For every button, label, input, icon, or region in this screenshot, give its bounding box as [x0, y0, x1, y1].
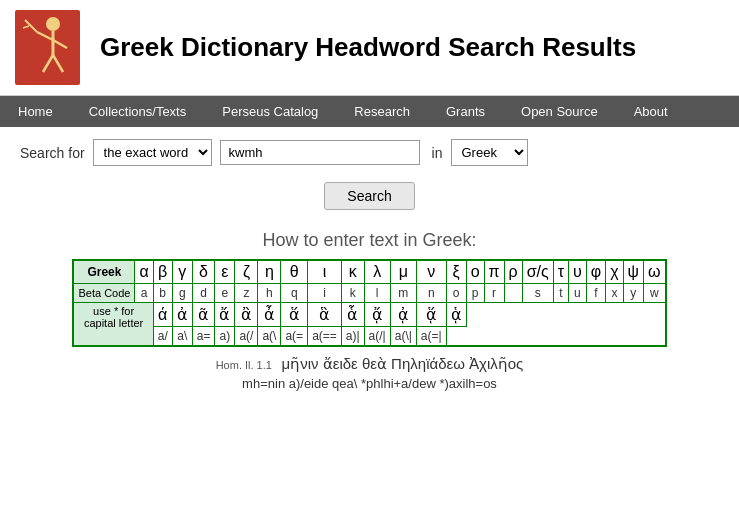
page-title: Greek Dictionary Headword Search Results [100, 32, 636, 63]
greek-letter-psi: ψ [623, 260, 643, 284]
page-header: Greek Dictionary Headword Search Results [0, 0, 739, 96]
greek-letter-iota: ι [308, 260, 342, 284]
example-ref: Hom. Il. 1.1 [216, 359, 272, 371]
nav-research[interactable]: Research [336, 96, 428, 127]
beta-row-label: Beta Code [73, 284, 134, 303]
greek-letter-beta: β [153, 260, 172, 284]
svg-point-1 [46, 17, 60, 31]
greek-row-label: Greek [73, 260, 134, 284]
greek-letter-epsilon: ε [215, 260, 235, 284]
greek-letter-xi: ξ [446, 260, 466, 284]
example-greek: μῆνιν ἄειδε θεὰ Πηληϊάδεω Ἀχιλῆος [282, 355, 524, 372]
example-beta-row: mh=nin a)/eide qea\ *phlhi+a/dew *)axilh… [20, 375, 719, 391]
greek-letter-kappa: κ [341, 260, 364, 284]
greek-letter-lambda: λ [364, 260, 390, 284]
main-content: How to enter text in Greek: Greek α β γ … [0, 220, 739, 401]
greek-letter-nu: ν [416, 260, 446, 284]
greek-letter-pi: π [484, 260, 504, 284]
greek-letter-alpha: α [135, 260, 153, 284]
search-button-row: Search [0, 178, 739, 220]
example-beta: mh=nin a)/eide qea\ *phlhi+a/dew *)axilh… [242, 376, 497, 391]
nav-home[interactable]: Home [0, 96, 71, 127]
search-type-select[interactable]: the exact word all words any word the ph… [93, 139, 212, 166]
site-logo [15, 10, 80, 85]
greek-letter-gamma: γ [172, 260, 192, 284]
example-line: Hom. Il. 1.1 μῆνιν ἄειδε θεὰ Πηληϊάδεω Ἀ… [20, 355, 719, 373]
use-star-cell: use * for capital letter [73, 303, 153, 347]
greek-letter-omega: ω [644, 260, 666, 284]
main-nav: Home Collections/Texts Perseus Catalog R… [0, 96, 739, 127]
greek-letter-rho: ρ [504, 260, 522, 284]
search-input[interactable] [220, 140, 420, 165]
greek-letter-mu: μ [390, 260, 416, 284]
greek-letter-chi: χ [606, 260, 623, 284]
greek-letter-upsilon: υ [569, 260, 587, 284]
search-in-label: in [432, 145, 443, 161]
nav-grants[interactable]: Grants [428, 96, 503, 127]
nav-about[interactable]: About [616, 96, 686, 127]
how-to-title: How to enter text in Greek: [20, 230, 719, 251]
greek-letter-omicron: ο [466, 260, 484, 284]
greek-letter-eta: η [258, 260, 281, 284]
greek-letter-theta: θ [281, 260, 308, 284]
search-bar: Search for the exact word all words any … [0, 127, 739, 178]
search-button[interactable]: Search [324, 182, 414, 210]
greek-letter-delta: δ [192, 260, 215, 284]
greek-letter-sigma: σ/ς [522, 260, 553, 284]
greek-letter-phi: φ [586, 260, 605, 284]
nav-collections[interactable]: Collections/Texts [71, 96, 205, 127]
greek-entry-table: Greek α β γ δ ε ζ η θ ι κ λ μ ν ξ ο π ρ … [72, 259, 666, 347]
language-select[interactable]: Greek Latin English [451, 139, 528, 166]
nav-catalog[interactable]: Perseus Catalog [204, 96, 336, 127]
nav-opensource[interactable]: Open Source [503, 96, 616, 127]
search-for-label: Search for [20, 145, 85, 161]
greek-letter-zeta: ζ [235, 260, 258, 284]
greek-letter-tau: τ [553, 260, 568, 284]
